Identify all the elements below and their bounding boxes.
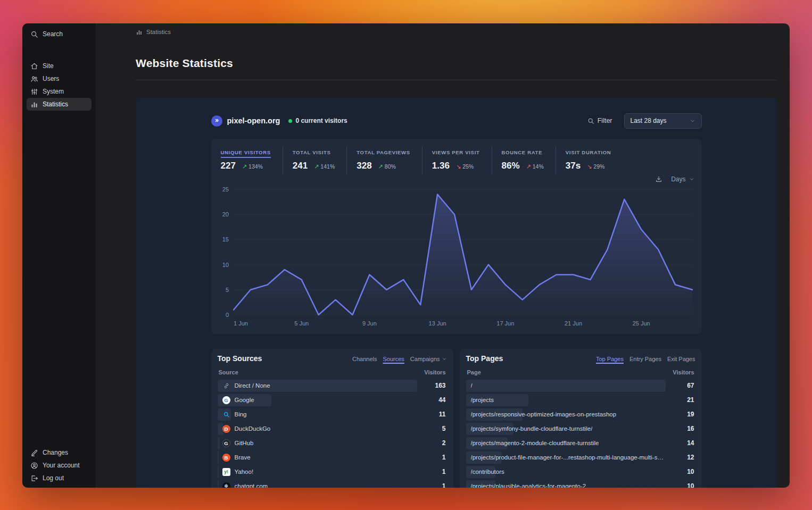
source-row[interactable]: y!Yahoo!1	[218, 465, 447, 479]
source-row[interactable]: GGoogle44	[218, 393, 447, 407]
brave-favicon: B	[222, 454, 230, 462]
stat-total-visits[interactable]: TOTAL VISITS241↗141%	[283, 147, 346, 174]
page-row[interactable]: /contributors10	[466, 465, 695, 479]
page-row[interactable]: /projects/symfony-bundle-cloudflare-turn…	[466, 422, 695, 436]
live-visitors[interactable]: 0 current visitors	[288, 117, 347, 124]
yahoo-favicon: y!	[222, 468, 230, 476]
search-icon	[30, 30, 38, 38]
stat-visit-duration[interactable]: VISIT DURATION37s↘29%	[556, 147, 623, 174]
x-tick-label: 9 Jun	[362, 320, 376, 327]
sidebar-item-site[interactable]: Site	[27, 60, 92, 72]
row-visitors-value: 44	[438, 396, 445, 404]
stat-label: BOUNCE RATE	[502, 149, 543, 158]
stat-views-per-visit[interactable]: VIEWS PER VISIT1.36↘25%	[422, 147, 492, 174]
stat-value-row: 37s↘29%	[566, 161, 611, 171]
sidebar-item-your-account[interactable]: Your account	[27, 459, 92, 472]
row-content: /projects/symfony-bundle-cloudflare-turn…	[466, 425, 666, 432]
sources-tab-channels[interactable]: Channels	[352, 356, 377, 362]
row-content: /projects/plausible-analytics-for-magent…	[466, 483, 666, 488]
row-content: y!Yahoo!	[218, 468, 417, 476]
duckduckgo-favicon: D	[222, 425, 230, 433]
row-label: /contributors	[471, 469, 504, 475]
row-label: Yahoo!	[235, 469, 254, 475]
stat-change-pct: 134%	[248, 163, 263, 170]
sidebar-item-changes[interactable]: Changes	[27, 446, 92, 459]
page-title: Website Statistics	[136, 57, 777, 70]
y-tick-label: 10	[222, 261, 228, 267]
filter-button[interactable]: Filter	[587, 117, 612, 124]
pages-tab-exit-pages[interactable]: Exit Pages	[667, 356, 695, 362]
y-tick-label: 5	[225, 287, 228, 293]
sidebar: Search SiteUsersSystemStatistics Changes…	[22, 23, 96, 488]
bar-chart-icon	[30, 101, 38, 108]
stat-total-pageviews[interactable]: TOTAL PAGEVIEWS328↗80%	[346, 147, 422, 174]
sidebar-item-search[interactable]: Search	[27, 28, 92, 40]
row-visitors-value: 16	[687, 425, 694, 432]
row-visitors-value: 12	[687, 454, 694, 461]
breadcrumb[interactable]: Statistics	[136, 28, 777, 37]
row-visitors-value: 14	[687, 439, 694, 447]
source-row[interactable]: ✻chatgpt.com1	[218, 479, 447, 488]
tab-label: Exit Pages	[667, 356, 695, 362]
row-visitors-value: 67	[687, 382, 694, 389]
row-visitors-value: 11	[439, 411, 446, 418]
source-row[interactable]: Direct / None163	[218, 379, 447, 393]
row-label: Bing	[235, 411, 247, 417]
site-domain[interactable]: pixel-open.org	[227, 116, 280, 125]
google-favicon: G	[222, 396, 230, 404]
stat-change: ↗80%	[378, 163, 396, 170]
stat-change: ↗134%	[242, 163, 263, 170]
date-range-select[interactable]: Last 28 days	[624, 113, 702, 129]
source-row[interactable]: BBrave1	[218, 450, 447, 465]
stat-unique-visitors[interactable]: UNIQUE VISITORS227↗134%	[211, 147, 283, 174]
chevron-down-icon	[442, 356, 447, 362]
row-visitors-value: 1	[442, 482, 446, 488]
stat-bounce-rate[interactable]: BOUNCE RATE86%↗14%	[492, 147, 556, 174]
row-content: /projects/product-file-manager-for-...re…	[466, 454, 666, 461]
row-content: DDuckDuckGo	[218, 425, 417, 433]
row-content: GGitHub	[218, 439, 417, 447]
source-row[interactable]: DDuckDuckGo5	[218, 422, 447, 436]
row-label: /projects/magento-2-module-cloudflare-tu…	[471, 440, 599, 446]
source-row[interactable]: GGitHub2	[218, 436, 447, 450]
visitors-line-chart: 05101520251 Jun5 Jun9 Jun13 Jun17 Jun21 …	[211, 184, 702, 331]
line-chart-svg[interactable]: 05101520251 Jun5 Jun9 Jun13 Jun17 Jun21 …	[218, 184, 695, 329]
row-visitors-value: 2	[442, 439, 446, 447]
stat-label: VISIT DURATION	[566, 149, 611, 158]
row-content: /contributors	[466, 469, 666, 475]
pages-tab-top-pages[interactable]: Top Pages	[596, 356, 624, 362]
sidebar-item-log-out[interactable]: Log out	[27, 472, 92, 484]
x-tick-label: 21 Jun	[565, 320, 582, 327]
stat-change: ↘25%	[456, 163, 474, 170]
app-window: Search SiteUsersSystemStatistics Changes…	[22, 23, 790, 488]
page-row[interactable]: /projects/plausible-analytics-for-magent…	[466, 479, 695, 488]
sidebar-item-system[interactable]: System	[27, 85, 92, 98]
pages-tab-entry-pages[interactable]: Entry Pages	[629, 356, 661, 362]
sidebar-item-label: Users	[43, 75, 59, 82]
page-row[interactable]: /67	[466, 379, 695, 393]
sources-tab-campaigns[interactable]: Campaigns	[410, 356, 447, 362]
page-row[interactable]: /projects/magento-2-module-cloudflare-tu…	[466, 436, 695, 450]
sidebar-item-statistics[interactable]: Statistics	[27, 98, 92, 111]
stat-value-row: 227↗134%	[221, 161, 271, 171]
row-content: Direct / None	[218, 382, 417, 390]
row-content: BBrave	[218, 454, 417, 462]
sidebar-item-users[interactable]: Users	[27, 72, 92, 85]
top-pages-tabs: Top PagesEntry PagesExit Pages	[596, 356, 695, 362]
stat-change-pct: 29%	[593, 163, 604, 170]
stat-change-pct: 141%	[320, 163, 335, 170]
page-row[interactable]: /projects21	[466, 393, 695, 407]
x-tick-label: 25 Jun	[632, 320, 650, 327]
stat-change: ↘29%	[587, 163, 604, 170]
source-row[interactable]: Bing11	[218, 407, 447, 422]
download-icon[interactable]	[655, 175, 662, 183]
top-sources-column-headers: Source Visitors	[218, 369, 447, 375]
bar-chart-icon	[136, 29, 143, 36]
interval-select[interactable]: Days	[671, 175, 694, 183]
page-row[interactable]: /projects/product-file-manager-for-...re…	[466, 450, 695, 465]
sources-tab-sources[interactable]: Sources	[383, 356, 404, 362]
stat-change-pct: 80%	[385, 163, 396, 170]
sidebar-item-label: Your account	[43, 462, 80, 469]
page-row[interactable]: /projects/responsive-optimized-images-on…	[466, 407, 695, 422]
stat-change: ↗14%	[526, 163, 544, 170]
